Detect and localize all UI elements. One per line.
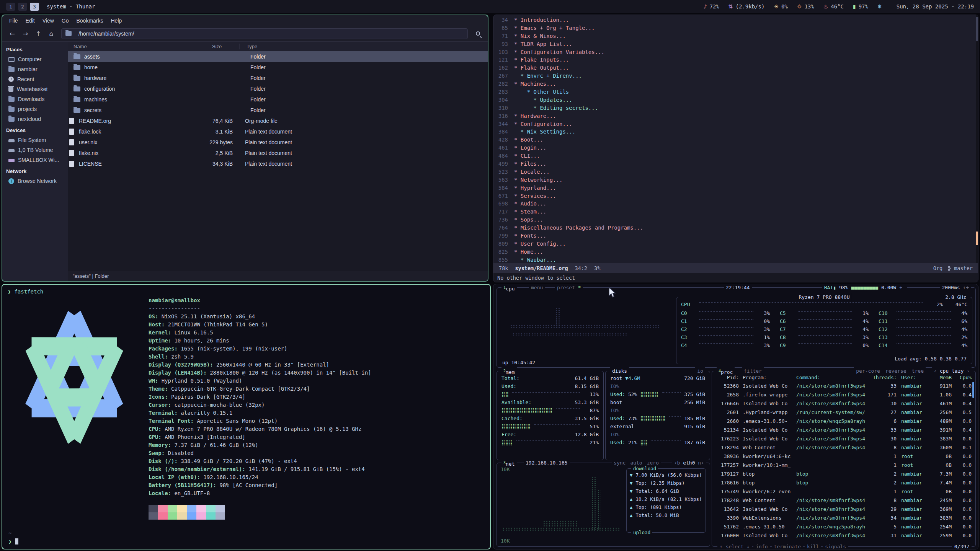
menu-item[interactable]: Bookmarks [72, 16, 107, 25]
search-button[interactable] [472, 28, 484, 39]
process-row[interactable]: 178294 Web Content /nix/store/sm8fnrf3wp… [712, 443, 975, 452]
org-heading-line[interactable]: 71 * Nix & Nixos... [493, 32, 978, 40]
org-heading-line[interactable]: 484 * CLI... [493, 152, 978, 160]
org-heading-line[interactable]: 162 * Flake Output... [493, 64, 978, 72]
file-row[interactable]: flake.nix 2,5 KiB Plain text document [68, 148, 488, 158]
status-module[interactable]: ♪ 72% [704, 3, 719, 10]
menu-item[interactable]: Go [58, 16, 73, 25]
process-row[interactable]: 178616 btop btop 2 nambiar 7.4M 0.0 [712, 478, 975, 487]
column-header-size[interactable]: Size [208, 44, 240, 49]
org-heading-line[interactable]: 584 * Hyprland... [493, 184, 978, 192]
process-row[interactable]: 176223 Isolated Web Co /nix/store/sm8fnr… [712, 434, 975, 443]
sidebar-item[interactable]: File System [2, 135, 68, 145]
org-heading-line[interactable]: 283 * Other Utils [493, 88, 978, 96]
process-row[interactable]: 52134 Isolated Web Co /nix/store/sm8fnrf… [712, 425, 975, 434]
path-bar[interactable]: /home/nambiar/system/ [61, 28, 468, 39]
process-row[interactable]: 38936 kworker/u64:6-kc 1 root 0B 0.0 [712, 452, 975, 461]
org-heading-line[interactable]: 428 * Boot... [493, 136, 978, 144]
sidebar-item[interactable]: Downloads [2, 94, 68, 104]
disks-io-button[interactable]: io [695, 367, 705, 375]
sidebar-item[interactable]: Computer [2, 54, 68, 64]
proc-action-button[interactable]: ↑ select ↓ [717, 543, 752, 549]
process-row[interactable]: 176646 Isolated Web Co /nix/store/sm8fnr… [712, 399, 975, 408]
proc-action-button[interactable]: info [753, 543, 770, 549]
menu-button[interactable]: menu [529, 284, 545, 292]
update-interval[interactable]: 2000ms ↑+ [940, 284, 971, 292]
menu-item[interactable]: Help [107, 16, 126, 25]
org-heading-line[interactable]: 310 * Editing secrets... [493, 104, 978, 112]
org-heading-line[interactable]: 809 * User Config... [493, 240, 978, 248]
org-heading-line[interactable]: 523 * Locale... [493, 168, 978, 176]
org-heading-line[interactable]: 825 * Home... [493, 248, 978, 256]
process-row[interactable]: 13642 Isolated Web Co /nix/store/sm8fnrf… [712, 505, 975, 514]
proc-action-button[interactable]: signals [823, 543, 848, 549]
sidebar-item[interactable]: projects [2, 104, 68, 114]
preset-button[interactable]: preset * [555, 284, 583, 292]
status-module[interactable]: ☼ 13% [797, 3, 814, 10]
major-mode[interactable]: Org [933, 265, 942, 271]
org-heading-line[interactable]: 461 * Login... [493, 144, 978, 152]
status-module[interactable]: ⇅ (2.9kb/s) [728, 3, 765, 10]
proc-filter-button[interactable]: filter [742, 367, 764, 375]
back-button[interactable]: ← [6, 28, 18, 39]
status-module[interactable]: Sun, 28 Sep 2025 - 22:19 [894, 3, 974, 10]
menu-item[interactable]: File [5, 16, 22, 25]
org-heading-line[interactable]: 855 * Waubar... [493, 256, 978, 263]
org-heading-line[interactable]: 316 * Hardware... [493, 112, 978, 120]
file-row[interactable]: assets Folder [68, 51, 488, 62]
workspace-button[interactable]: 1 [6, 3, 15, 11]
net-interface-selector[interactable]: ‹b eth0 n› [672, 459, 706, 467]
process-row[interactable]: 178248 Web Content /nix/store/sm8fnrf3wp… [712, 496, 975, 505]
org-heading-line[interactable]: 499 * Files... [493, 160, 978, 168]
buffer-name[interactable]: system/README.org [515, 265, 568, 271]
org-heading-line[interactable]: 93 * TLDR App List... [493, 40, 978, 48]
sidebar-item[interactable]: nambiar [2, 64, 68, 74]
file-row[interactable]: machines Folder [68, 94, 488, 105]
file-row[interactable]: user.nix 229 bytes Plain text document [68, 137, 488, 148]
org-heading-line[interactable]: 103 * Configuration Variables... [493, 48, 978, 56]
org-heading-line[interactable]: 717 * Steam... [493, 208, 978, 216]
org-heading-line[interactable]: 671 * Services... [493, 192, 978, 200]
terminal-prompt-area[interactable]: ~ ❯ [8, 529, 18, 546]
org-heading-line[interactable]: 267 * Envrc + Direnv... [493, 72, 978, 80]
column-header-type[interactable]: Type [240, 44, 488, 49]
process-row[interactable]: 52368 Isolated Web Co /nix/store/sm8fnrf… [712, 381, 975, 390]
org-heading-line[interactable]: 34 * Introduction... [493, 16, 978, 24]
workspace-button[interactable]: 3 [30, 3, 39, 11]
proc-scrollbar-thumb[interactable] [972, 382, 974, 398]
sidebar-item[interactable]: Recent [2, 74, 68, 84]
org-heading-line[interactable]: 304 * Updates... [493, 96, 978, 104]
net-option-button[interactable]: sync [614, 459, 626, 467]
file-row[interactable]: flake.lock 3,1 KiB Plain text document [68, 126, 488, 137]
proc-action-button[interactable]: terminate [772, 543, 803, 549]
sidebar-item[interactable]: Wastebasket [2, 84, 68, 94]
proc-option-button[interactable]: tree [912, 367, 924, 375]
org-heading-line[interactable]: 282 * Machines... [493, 80, 978, 88]
file-row[interactable]: LICENSE 34,3 KiB Plain text document [68, 158, 488, 169]
emacs-scrollbar-thumb[interactable] [976, 17, 978, 41]
process-row[interactable]: 2660 .emacs-31.0.50- /nix/store/wnqz5pa8… [712, 417, 975, 425]
file-row[interactable]: home Folder [68, 62, 488, 73]
workspace-button[interactable]: 2 [18, 3, 27, 11]
process-row[interactable]: 2601 .Hyprland-wrapp /run/current-system… [712, 408, 975, 417]
status-module[interactable]: ☀ 0% [774, 3, 787, 10]
emacs-scrollbar[interactable] [976, 15, 978, 263]
org-heading-line[interactable]: 384 * Nix Settings... [493, 128, 978, 136]
process-row[interactable]: 176000 Isolated Web Co /nix/store/sm8fnr… [712, 531, 975, 540]
org-heading-line[interactable]: 764 * Miscellaneous Packages and Program… [493, 224, 978, 232]
process-row[interactable]: 175749 kworker/6:2-even 1 root 0B 0.0 [712, 487, 975, 496]
org-heading-line[interactable]: 121 * Flake Inputs... [493, 56, 978, 64]
git-branch[interactable]: master [954, 265, 973, 271]
status-module[interactable]: ▮ 97% [853, 3, 868, 10]
sidebar-item[interactable]: SMALLBOX Wi... [2, 155, 68, 165]
menu-item[interactable]: View [39, 16, 58, 25]
sidebar-item[interactable]: Browse Network [2, 176, 68, 186]
sidebar-item[interactable]: 1,0 TB Volume [2, 145, 68, 155]
process-row[interactable]: 3390 WebExtensions /nix/store/sm8fnrf3wp… [712, 514, 975, 522]
org-heading-line[interactable]: 799 * Fonts... [493, 232, 978, 240]
org-heading-line[interactable]: 736 * Sops... [493, 216, 978, 224]
process-row[interactable]: 179127 btop btop 2 nambiar 7.3M 0.0 [712, 469, 975, 478]
process-row[interactable]: 177257 kworker/10:1-mm_ 1 root 0B 0.0 [712, 461, 975, 469]
column-header-name[interactable]: Name [68, 44, 208, 49]
org-heading-line[interactable]: 344 * Configuration... [493, 120, 978, 128]
